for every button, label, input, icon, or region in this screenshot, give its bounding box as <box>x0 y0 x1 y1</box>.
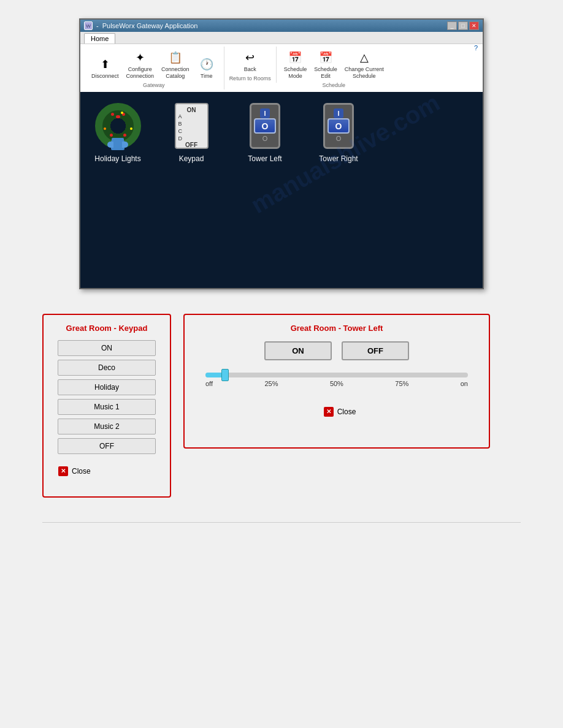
keypad-off-text: OFF <box>185 142 197 148</box>
keypad-close-link[interactable]: ✕ Close <box>52 466 161 476</box>
help-button[interactable]: ? <box>474 44 478 51</box>
slider-track[interactable] <box>205 373 468 377</box>
slider-label-75: 75% <box>395 380 408 387</box>
back-icon: ↩ <box>242 49 259 66</box>
change-schedule-button[interactable]: △ Change CurrentSchedule <box>342 48 386 81</box>
tower-popup-title: Great Room - Tower Left <box>193 324 480 333</box>
app-icon: W <box>84 21 93 30</box>
title-bar-dash: - <box>96 22 99 29</box>
slider-labels: off 25% 50% 75% on <box>205 380 468 387</box>
wreath-graphic <box>95 103 141 149</box>
catalog-icon: 📋 <box>167 49 184 66</box>
keypad-row-a: A <box>178 113 205 119</box>
holiday-lights-icon <box>90 102 145 151</box>
change-schedule-label: Change CurrentSchedule <box>345 66 384 80</box>
tower-close-link[interactable]: ✕ Close <box>318 407 356 417</box>
tower-off-button[interactable]: OFF <box>342 341 409 360</box>
schedule-edit-button[interactable]: 📅 ScheduleEdit <box>312 48 340 81</box>
holiday-lights-label: Holiday Lights <box>94 154 140 163</box>
keypad-close-label: Close <box>72 467 91 476</box>
time-label: Time <box>201 73 213 80</box>
keypad-popup-title: Great Room - Keypad <box>52 324 161 333</box>
schedule-buttons: 📅 ScheduleMode 📅 ScheduleEdit △ Change C… <box>282 48 386 81</box>
bottom-section: Great Room - Keypad ON Deco Holiday Musi… <box>42 314 521 498</box>
tower-left-label: Tower Left <box>248 154 282 163</box>
tower-popup: Great Room - Tower Left ON OFF off 25% 5… <box>183 314 490 449</box>
keypad-btn-music1[interactable]: Music 1 <box>58 399 156 415</box>
tower-right-toggle-off: O <box>332 134 345 143</box>
connection-catalog-button[interactable]: 📋 ConnectionCatalog <box>159 48 192 81</box>
close-button[interactable]: ✕ <box>469 21 479 30</box>
title-bar-controls: _ □ ✕ <box>447 21 479 30</box>
schedule-edit-label: ScheduleEdit <box>314 66 337 80</box>
configure-icon: ✦ <box>131 49 148 66</box>
maximize-button[interactable]: □ <box>458 21 468 30</box>
keypad-rows: A B C D <box>178 113 205 142</box>
ribbon-group-schedule: 📅 ScheduleMode 📅 ScheduleEdit △ Change C… <box>277 47 391 89</box>
configure-label: ConfigureConnection <box>126 66 155 80</box>
slider-container: off 25% 50% 75% on <box>193 373 480 387</box>
title-bar-left: W - PulseWorx Gateway Application <box>84 21 197 30</box>
gateway-group-label: Gateway <box>143 82 165 88</box>
device-tower-right[interactable]: I O O Tower Right <box>311 102 366 163</box>
tower-left-icon-container: I O O <box>237 102 293 151</box>
disconnect-label: Disconnect <box>91 73 119 80</box>
keypad-btn-deco[interactable]: Deco <box>58 360 156 376</box>
tower-left-toggle: I O O <box>250 103 280 149</box>
disconnect-icon: ⬆ <box>96 56 113 73</box>
keypad-btn-holiday[interactable]: Holiday <box>58 379 156 395</box>
main-content-area: Holiday Lights ON A B C D OFF Keypad <box>80 92 483 288</box>
tower-right-icon-container: I O O <box>311 102 366 151</box>
window-title: PulseWorx Gateway Application <box>102 22 198 29</box>
app-window: W - PulseWorx Gateway Application _ □ ✕ … <box>79 18 484 289</box>
slider-thumb[interactable] <box>221 369 229 381</box>
schedule-group-label: Schedule <box>322 82 345 88</box>
back-button[interactable]: ↩ Back <box>238 48 262 74</box>
keypad-btn-on[interactable]: ON <box>58 340 156 356</box>
disconnect-button[interactable]: ⬆ Disconnect <box>89 55 121 81</box>
change-schedule-icon: △ <box>356 49 373 66</box>
device-holiday-lights[interactable]: Holiday Lights <box>90 102 145 163</box>
tower-right-toggle: I O O <box>323 103 354 149</box>
tab-home[interactable]: Home <box>84 33 115 44</box>
catalog-label: ConnectionCatalog <box>161 66 190 80</box>
schedule-mode-button[interactable]: 📅 ScheduleMode <box>282 48 310 81</box>
keypad-on-text: ON <box>187 107 196 113</box>
gateway-buttons: ⬆ Disconnect ✦ ConfigureConnection 📋 Con… <box>89 48 219 81</box>
keypad-label: Keypad <box>179 154 204 163</box>
tower-right-handle: O <box>327 118 350 134</box>
toggle-on-label: I <box>260 108 269 118</box>
slider-label-25: 25% <box>264 380 278 387</box>
time-icon: 🕐 <box>198 56 215 73</box>
keypad-btn-off[interactable]: OFF <box>58 438 156 454</box>
slider-label-off: off <box>205 380 213 387</box>
schedule-mode-icon: 📅 <box>286 49 304 66</box>
tower-btn-row: ON OFF <box>193 341 480 360</box>
keypad-btn-music2[interactable]: Music 2 <box>58 419 156 434</box>
slider-label-50: 50% <box>330 380 343 387</box>
tower-close-x-icon: ✕ <box>324 407 334 417</box>
keypad-row-b: B <box>178 121 205 127</box>
ribbon-body: ⬆ Disconnect ✦ ConfigureConnection 📋 Con… <box>80 44 483 92</box>
schedule-edit-icon: 📅 <box>317 49 334 66</box>
time-button[interactable]: 🕐 Time <box>194 55 219 81</box>
keypad-popup-buttons: ON Deco Holiday Music 1 Music 2 OFF <box>52 340 161 454</box>
toggle-off-label: O <box>259 134 272 143</box>
schedule-mode-label: ScheduleMode <box>284 66 307 80</box>
ribbon-tabs: Home <box>80 32 483 44</box>
keypad-popup: Great Room - Keypad ON Deco Holiday Musi… <box>42 314 171 498</box>
toggle-handle-top: O <box>254 118 276 134</box>
title-bar: W - PulseWorx Gateway Application _ □ ✕ <box>80 20 483 32</box>
keypad-graphic: ON A B C D OFF <box>175 103 209 149</box>
tower-on-button[interactable]: ON <box>264 341 332 360</box>
keypad-row-d: D <box>178 135 205 142</box>
minimize-button[interactable]: _ <box>447 21 457 30</box>
keypad-row-c: C <box>178 128 205 134</box>
keypad-close-x-icon: ✕ <box>58 466 68 476</box>
configure-connection-button[interactable]: ✦ ConfigureConnection <box>124 48 157 81</box>
tower-close-label: Close <box>337 408 356 416</box>
tower-right-label: Tower Right <box>319 154 358 163</box>
return-group-label: Return to Rooms <box>229 75 271 82</box>
device-keypad[interactable]: ON A B C D OFF Keypad <box>164 102 219 163</box>
device-tower-left[interactable]: I O O Tower Left <box>237 102 293 163</box>
